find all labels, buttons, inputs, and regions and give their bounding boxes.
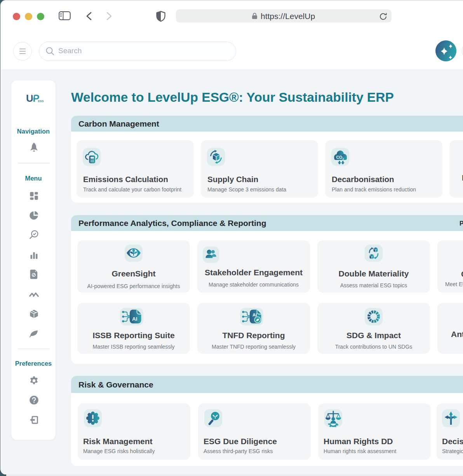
- svg-text:CO: CO: [336, 155, 343, 160]
- svg-text:AI: AI: [132, 316, 138, 322]
- svg-text:2: 2: [342, 157, 344, 161]
- svg-text:AI: AI: [252, 313, 257, 317]
